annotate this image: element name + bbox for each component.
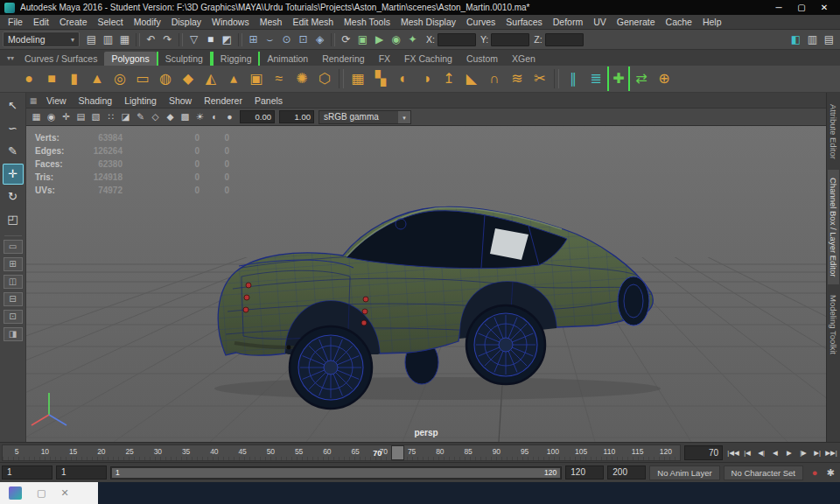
shelf-tab[interactable]: Curves / Surfaces xyxy=(18,52,104,66)
polygon-torus-button[interactable]: ◎ xyxy=(108,66,131,91)
layout-single-pane-button[interactable]: ▭ xyxy=(4,240,23,254)
menu-item[interactable]: Curves xyxy=(461,15,500,29)
menu-item[interactable]: Mesh Tools xyxy=(339,15,396,29)
3d-view[interactable]: Verts: 63984 0 0 Edges: 126264 0 0 Faces… xyxy=(26,126,826,442)
menu-set-dropdown[interactable]: Modeling ▾ xyxy=(3,32,80,47)
window-icon[interactable]: ▢ xyxy=(37,482,46,504)
shelf-tab[interactable]: Polygons xyxy=(104,52,156,66)
toggle-attribute-editor-button[interactable]: ▤ xyxy=(821,32,837,48)
menu-item[interactable]: File xyxy=(3,15,28,29)
menu-item[interactable]: Windows xyxy=(206,15,255,29)
menu-item[interactable]: Help xyxy=(697,15,727,29)
range-bar[interactable]: 1 120 xyxy=(112,468,560,478)
menu-item[interactable]: Edit xyxy=(28,15,54,29)
wireframe-mode-button[interactable]: ◇ xyxy=(148,109,163,124)
extrude-button[interactable]: ↥ xyxy=(438,66,460,91)
playback-start-field[interactable]: 1 xyxy=(56,466,107,480)
polygon-platonic-button[interactable]: ◆ xyxy=(177,66,200,91)
shaded-mode-button[interactable]: ◆ xyxy=(163,109,178,124)
close-button[interactable]: ✕ xyxy=(813,0,836,15)
smooth-button[interactable]: ≋ xyxy=(506,66,528,91)
render-settings-button[interactable]: ✦ xyxy=(404,32,421,48)
new-scene-button[interactable]: ▤ xyxy=(83,32,100,48)
polygon-helix-button[interactable]: ≈ xyxy=(268,66,290,91)
menu-item[interactable]: Surfaces xyxy=(500,15,547,29)
layout-uv-editor-button[interactable]: ◨ xyxy=(4,327,23,341)
maya-taskbar-icon[interactable] xyxy=(9,486,22,500)
polygon-pyramid-button[interactable]: ◭ xyxy=(200,66,222,91)
isolate-select-button[interactable]: ◪ xyxy=(118,109,133,124)
polygon-prism-button[interactable]: ▴ xyxy=(222,66,245,91)
polygon-disc-button[interactable]: ◍ xyxy=(154,66,177,91)
panel-menu-item[interactable]: Shading xyxy=(73,95,119,106)
snap-to-grid-button[interactable]: ⊞ xyxy=(245,32,262,48)
paint-select-tool[interactable]: ✎ xyxy=(3,141,24,162)
auto-keyframe-button[interactable]: ● xyxy=(807,467,822,479)
separate-button[interactable]: ▚ xyxy=(369,66,392,91)
panel-menu-item[interactable]: Lighting xyxy=(118,95,163,106)
coordinate-input[interactable] xyxy=(491,33,529,46)
select-camera-button[interactable]: ▦ xyxy=(29,109,44,124)
insert-edge-loop-button[interactable]: ∥ xyxy=(562,66,584,91)
layout-four-pane-button[interactable]: ⊞ xyxy=(4,257,23,271)
menu-item[interactable]: Mesh xyxy=(255,15,288,29)
panel-menu-item[interactable]: Show xyxy=(163,95,198,106)
save-scene-button[interactable]: ▦ xyxy=(116,32,133,48)
character-set-button[interactable]: No Character Set xyxy=(724,466,803,480)
separator[interactable] xyxy=(136,33,140,46)
occlusion-button[interactable]: ● xyxy=(222,109,237,124)
play-backwards-button[interactable]: ◀ xyxy=(768,445,782,460)
timeline-ruler[interactable]: 5101520253035404550556065707580859095100… xyxy=(2,444,681,461)
shelf-tab[interactable]: FX Caching xyxy=(397,52,459,66)
menu-item[interactable]: Mesh Display xyxy=(396,15,461,29)
bridge-button[interactable]: ∩ xyxy=(483,66,506,91)
polygon-cylinder-button[interactable]: ▮ xyxy=(63,66,86,91)
step-back-frame-button[interactable]: |◀ xyxy=(740,445,754,460)
animation-preferences-button[interactable]: ✱ xyxy=(822,467,838,479)
menu-item[interactable]: Display xyxy=(166,15,206,29)
play-forwards-button[interactable]: ▶ xyxy=(782,445,796,460)
scale-tool[interactable]: ◰ xyxy=(3,209,24,230)
grease-pencil-button[interactable]: ✎ xyxy=(133,109,148,124)
panel-menu-item[interactable]: Renderer xyxy=(198,95,248,106)
snap-to-point-button[interactable]: ⊙ xyxy=(278,32,295,48)
undo-button[interactable]: ↶ xyxy=(143,32,159,48)
make-live-button[interactable]: ◈ xyxy=(312,32,328,48)
select-by-hierarchy-button[interactable]: ▽ xyxy=(186,32,202,48)
combine-button[interactable]: ▦ xyxy=(346,66,369,91)
animation-end-field[interactable]: 200 xyxy=(607,466,646,480)
menu-item[interactable]: Cache xyxy=(661,15,697,29)
separator[interactable] xyxy=(554,69,559,88)
coordinate-input[interactable] xyxy=(438,33,476,46)
open-scene-button[interactable]: ▥ xyxy=(100,32,116,48)
shelf-tab[interactable]: Animation xyxy=(260,52,315,66)
menu-item[interactable]: UV xyxy=(588,15,612,29)
snap-to-curve-button[interactable]: ⌣ xyxy=(262,32,278,48)
shelf-tab[interactable]: Rigging xyxy=(212,52,261,66)
separator[interactable] xyxy=(178,33,183,46)
multi-cut-button[interactable]: ✂ xyxy=(528,66,551,91)
dock-tab[interactable]: Attribute Editor xyxy=(828,96,839,167)
ipr-render-button[interactable]: ◉ xyxy=(388,32,404,48)
dock-tab[interactable]: Channel Box / Layer Editor xyxy=(828,170,839,285)
menu-item[interactable]: Modify xyxy=(129,15,166,29)
2d-pan-zoom-button[interactable]: ∷ xyxy=(103,109,118,124)
close-icon[interactable]: ✕ xyxy=(60,482,68,504)
snap-to-plane-button[interactable]: ⊡ xyxy=(295,32,312,48)
lock-camera-button[interactable]: ◉ xyxy=(44,109,59,124)
polygon-plane-button[interactable]: ▭ xyxy=(131,66,154,91)
move-tool[interactable]: ✛ xyxy=(3,164,24,185)
panel-menu-item[interactable]: Panels xyxy=(248,95,289,106)
boolean-union-button[interactable]: ◐ xyxy=(392,66,415,91)
redo-button[interactable]: ↷ xyxy=(159,32,176,48)
menu-item[interactable]: Generate xyxy=(612,15,661,29)
camera-attributes-button[interactable]: ✛ xyxy=(59,109,74,124)
separator[interactable] xyxy=(339,69,344,88)
shelf-tab[interactable]: XGen xyxy=(505,52,542,66)
toggle-channel-box-button[interactable]: ▥ xyxy=(804,32,821,48)
shelf-menu-icon[interactable]: ▾▾ xyxy=(4,52,18,66)
menu-item[interactable]: Deform xyxy=(548,15,588,29)
panel-menu-item[interactable]: View xyxy=(40,95,73,106)
minimize-button[interactable]: ─ xyxy=(767,0,790,15)
panel-menu-icon[interactable]: ▦ xyxy=(26,96,40,105)
